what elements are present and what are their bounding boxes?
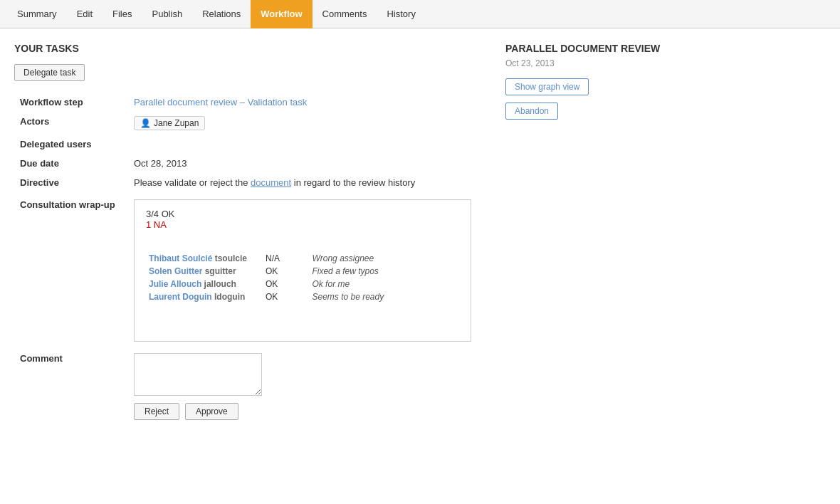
top-nav: Summary Edit Files Publish Relations Wor… [0,0,840,28]
reviewer-name: Laurent Doguin ldoguin [146,290,260,303]
comment-field-cell: Reject Approve [128,346,477,424]
delegate-task-button[interactable]: Delegate task [14,64,85,81]
reviewer-status: N/A [260,252,302,265]
tab-history[interactable]: History [377,0,425,28]
workflow-step-label: Workflow step [14,93,128,112]
wrapup-na-count: 1 NA [146,219,459,230]
actor-badge: 👤 Jane Zupan [134,116,205,130]
actors-row: Actors 👤 Jane Zupan [14,112,477,135]
wrapup-content: 3/4 OK 1 NA Thibaut Soulcié tsoulcie N/A… [128,192,477,346]
reject-button[interactable]: Reject [134,403,179,420]
user-icon: 👤 [140,118,151,128]
your-tasks-title: YOUR TASKS [14,43,477,54]
task-details-table: Workflow step Parallel document review –… [14,93,477,424]
action-buttons: Reject Approve [134,403,471,420]
tab-files[interactable]: Files [103,0,142,28]
tab-comments[interactable]: Comments [313,0,377,28]
wrapup-ok-count: 3/4 OK [146,209,459,219]
reviewer-name: Thibaut Soulcié tsoulcie [146,252,260,265]
due-date-value: Oct 28, 2013 [128,154,477,173]
workflow-step-row: Workflow step Parallel document review –… [14,93,477,112]
reviewer-row: Julie Allouch jallouch OK Ok for me [146,278,459,290]
right-column: PARALLEL DOCUMENT REVIEW Oct 23, 2013 Sh… [505,43,826,424]
reviewer-table: Thibaut Soulcié tsoulcie N/A Wrong assig… [146,252,459,303]
comment-label: Comment [14,346,128,424]
reviewer-comment: Wrong assignee [302,252,459,265]
abandon-button[interactable]: Abandon [505,103,558,120]
reviewer-name: Julie Allouch jallouch [146,278,260,290]
due-date-label: Due date [14,154,128,173]
wrapup-row: Consultation wrap-up 3/4 OK 1 NA Thibaut… [14,192,477,346]
delegated-value [128,135,477,154]
due-date-row: Due date Oct 28, 2013 [14,154,477,173]
directive-content: Please validate or reject the document i… [134,177,415,188]
actors-value: 👤 Jane Zupan [128,112,477,135]
reviewer-comment: Ok for me [302,278,459,290]
tab-relations[interactable]: Relations [192,0,251,28]
reviewer-row: Solen Guitter sguitter OK Fixed a few ty… [146,265,459,278]
directive-document-link[interactable]: document [251,177,291,188]
workflow-step-value: Parallel document review – Validation ta… [128,93,477,112]
tab-edit[interactable]: Edit [67,0,103,28]
reviewer-name: Solen Guitter sguitter [146,265,260,278]
reviewer-status: OK [260,290,302,303]
tab-summary[interactable]: Summary [7,0,67,28]
reviewer-status: OK [260,278,302,290]
actors-label: Actors [14,112,128,135]
wrapup-box: 3/4 OK 1 NA Thibaut Soulcié tsoulcie N/A… [134,199,471,342]
approve-button[interactable]: Approve [185,403,238,420]
tab-workflow[interactable]: Workflow [251,0,312,28]
parallel-review-title: PARALLEL DOCUMENT REVIEW [505,43,826,54]
left-column: YOUR TASKS Delegate task Workflow step P… [14,43,477,424]
directive-row: Directive Please validate or reject the … [14,173,477,192]
directive-label: Directive [14,173,128,192]
comment-row: Comment Reject Approve [14,346,477,424]
wrapup-summary: 3/4 OK 1 NA [146,209,459,230]
delegated-label: Delegated users [14,135,128,154]
reviewer-comment: Fixed a few typos [302,265,459,278]
reviewer-row: Thibaut Soulcié tsoulcie N/A Wrong assig… [146,252,459,265]
comment-textarea[interactable] [134,353,262,396]
parallel-review-date: Oct 23, 2013 [505,58,826,68]
page-content: YOUR TASKS Delegate task Workflow step P… [0,28,840,439]
actor-name: Jane Zupan [154,118,199,128]
reviewer-comment: Seems to be ready [302,290,459,303]
reviewer-row: Laurent Doguin ldoguin OK Seems to be re… [146,290,459,303]
workflow-step-link[interactable]: Parallel document review – Validation ta… [134,97,307,107]
directive-text: Please validate or reject the document i… [128,173,477,192]
show-graph-button[interactable]: Show graph view [505,78,589,95]
reviewer-status: OK [260,265,302,278]
tab-publish[interactable]: Publish [142,0,192,28]
wrapup-label: Consultation wrap-up [14,192,128,346]
delegated-row: Delegated users [14,135,477,154]
